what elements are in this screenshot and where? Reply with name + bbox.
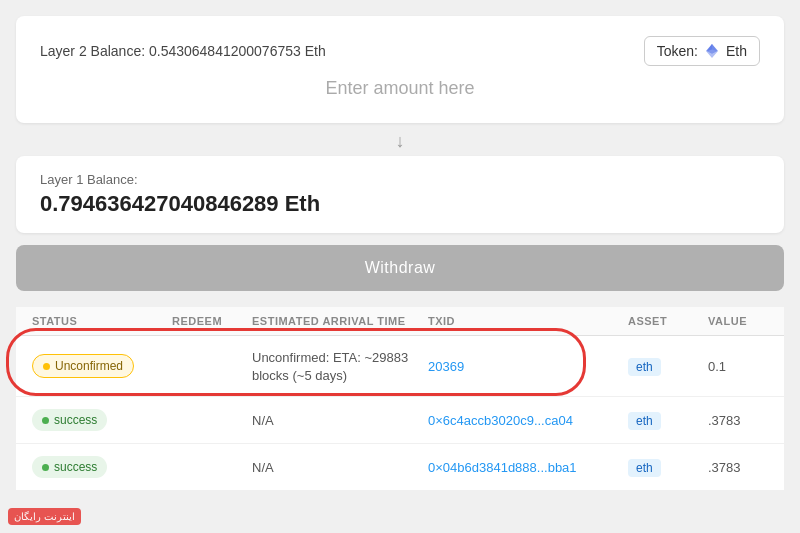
asset-badge: eth [628,358,661,376]
watermark: اینترنت رایگان [8,508,81,525]
transactions-table: STATUS REDEEM ESTIMATED ARRIVAL TIME TXI… [16,307,784,491]
withdraw-button[interactable]: Withdraw [16,245,784,291]
status-badge-success: success [32,409,107,431]
txid-cell: 0×04b6d3841d888...bba1 [428,458,628,476]
table-row: success N/A 0×6c4accb3020c9...ca04 eth .… [16,397,784,444]
status-label: success [54,460,97,474]
col-header-txid: TXID [428,315,628,327]
txid-cell: 20369 [428,357,628,375]
balance-row: Layer 2 Balance: 0.543064841200076753 Et… [40,36,760,66]
status-dot-green [42,464,49,471]
status-cell: success [32,409,172,431]
layer2-balance-label: Layer 2 Balance: 0.543064841200076753 Et… [40,43,326,59]
layer1-balance-card: Layer 1 Balance: 0.794636427040846289 Et… [16,156,784,233]
status-badge-success: success [32,456,107,478]
value-cell: .3783 [708,411,768,429]
col-header-asset: ASSET [628,315,708,327]
token-prefix: Token: [657,43,698,59]
layer1-balance-value: 0.794636427040846289 Eth [40,191,760,217]
eta-cell: N/A [252,458,428,476]
eth-icon [704,43,720,59]
txid-link[interactable]: 0×04b6d3841d888...bba1 [428,460,577,475]
layer2-balance-card: Layer 2 Balance: 0.543064841200076753 Et… [16,16,784,123]
arrow-down-wrapper: ↓ [16,127,784,156]
asset-badge: eth [628,459,661,477]
amount-input-wrapper [40,66,760,103]
asset-cell: eth [628,357,708,376]
table-row: success N/A 0×04b6d3841d888...bba1 eth .… [16,444,784,491]
asset-badge: eth [628,412,661,430]
col-header-eta: ESTIMATED ARRIVAL TIME [252,315,428,327]
col-header-status: STATUS [32,315,172,327]
txid-link[interactable]: 20369 [428,359,464,374]
down-arrow-icon: ↓ [396,131,405,152]
txid-link[interactable]: 0×6c4accb3020c9...ca04 [428,413,573,428]
col-header-redeem: REDEEM [172,315,252,327]
status-label: Unconfirmed [55,359,123,373]
table-row: Unconfirmed Unconfirmed: ETA: ~29883 blo… [16,336,784,397]
status-dot-green [42,417,49,424]
eta-value: N/A [252,413,274,428]
asset-cell: eth [628,411,708,430]
value-text: 0.1 [708,359,726,374]
txid-cell: 0×6c4accb3020c9...ca04 [428,411,628,429]
asset-cell: eth [628,458,708,477]
status-cell: success [32,456,172,478]
status-dot-yellow [43,363,50,370]
value-cell: .3783 [708,458,768,476]
eta-cell: Unconfirmed: ETA: ~29883 blocks (~5 days… [252,348,428,384]
value-text: .3783 [708,460,741,475]
eta-cell: N/A [252,411,428,429]
eta-value: Unconfirmed: ETA: ~29883 blocks (~5 days… [252,350,408,383]
token-label: Eth [726,43,747,59]
main-container: Layer 2 Balance: 0.543064841200076753 Et… [0,0,800,507]
eta-value: N/A [252,460,274,475]
status-badge-unconfirmed: Unconfirmed [32,354,134,378]
status-label: success [54,413,97,427]
token-selector-button[interactable]: Token: Eth [644,36,760,66]
value-text: .3783 [708,413,741,428]
table-header: STATUS REDEEM ESTIMATED ARRIVAL TIME TXI… [16,307,784,336]
layer1-balance-label: Layer 1 Balance: [40,172,760,187]
amount-input[interactable] [40,78,760,99]
value-cell: 0.1 [708,357,768,375]
col-header-value: VALUE [708,315,768,327]
status-cell: Unconfirmed [32,354,172,378]
